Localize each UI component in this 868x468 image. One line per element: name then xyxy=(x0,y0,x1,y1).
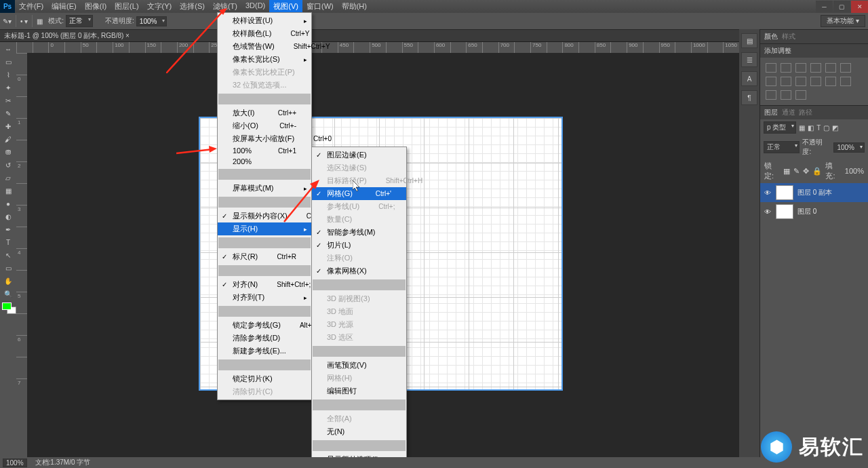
menu-item[interactable]: 标尺(R)Ctrl+R xyxy=(218,250,311,263)
opacity-field[interactable]: 100% xyxy=(136,16,167,26)
curves-icon[interactable] xyxy=(795,63,806,73)
menu-item[interactable]: 图层边缘(E) xyxy=(312,149,406,161)
menu-item[interactable]: 校样颜色(L)Ctrl+Y xyxy=(218,27,311,40)
character-panel-icon[interactable]: A xyxy=(741,71,757,86)
blur-tool[interactable]: ● xyxy=(1,197,16,210)
colorbalance-icon[interactable] xyxy=(766,77,776,86)
menu-4[interactable]: 文字(Y) xyxy=(143,0,176,14)
dodge-tool[interactable]: ◐ xyxy=(1,210,16,222)
layer-thumbnail[interactable] xyxy=(776,185,793,200)
zoom-field[interactable]: 100% xyxy=(3,459,27,467)
menu-3[interactable]: 图层(L) xyxy=(111,0,142,14)
selective-color-icon[interactable] xyxy=(795,90,806,100)
layer-row[interactable]: 👁图层 0 xyxy=(760,202,868,221)
zoom-tool[interactable]: 🔍 xyxy=(1,288,16,300)
crop-tool[interactable]: ✂ xyxy=(1,94,16,106)
menu-1[interactable]: 编辑(E) xyxy=(47,0,81,14)
menu-10[interactable]: 帮助(H) xyxy=(338,0,371,14)
move-tool[interactable]: ↔ xyxy=(1,43,16,55)
filter-icon-3[interactable]: T xyxy=(816,124,821,132)
wand-tool[interactable]: ✦ xyxy=(1,81,16,94)
menu-item[interactable]: 新建参考线(E)... xyxy=(218,345,311,357)
posterize-icon[interactable] xyxy=(840,77,851,86)
color-swatch[interactable] xyxy=(2,303,14,312)
layer-thumbnail[interactable] xyxy=(776,204,793,219)
hand-tool[interactable]: ✋ xyxy=(1,275,16,287)
layers-panel-tabs[interactable]: 图层 通道 路径 xyxy=(760,105,868,119)
properties-panel-icon[interactable]: ☰ xyxy=(741,52,757,67)
filter-icon-1[interactable]: ▦ xyxy=(799,124,805,132)
menu-8[interactable]: 视图(V) xyxy=(269,0,302,14)
menu-item[interactable]: 放大(I)Ctrl++ xyxy=(218,106,311,119)
marquee-tool[interactable]: ▭ xyxy=(1,56,16,68)
menu-9[interactable]: 窗口(W) xyxy=(302,0,338,14)
document-tab[interactable]: 未标题-1 @ 100% (图层 0 副本, RGB/8) × xyxy=(0,30,868,42)
menu-0[interactable]: 文件(F) xyxy=(15,0,47,14)
history-panel-icon[interactable]: ▤ xyxy=(741,33,757,48)
menu-item[interactable]: 像素长宽比(S) xyxy=(218,53,311,66)
menu-item[interactable]: 智能参考线(M) xyxy=(312,226,406,239)
menu-item[interactable]: 清除参考线(D) xyxy=(218,332,311,345)
menu-item[interactable]: 100%Ctrl+1 xyxy=(218,145,311,156)
paragraph-panel-icon[interactable]: ¶ xyxy=(741,90,757,105)
gradient-tool[interactable]: ▦ xyxy=(1,184,16,197)
menu-item[interactable]: 校样设置(U) xyxy=(218,14,311,27)
layer-blend-mode[interactable]: 正常 xyxy=(764,141,800,153)
exposure-icon[interactable] xyxy=(810,63,821,73)
brush-tool[interactable]: 🖌 xyxy=(1,133,16,145)
filter-icon-2[interactable]: ◧ xyxy=(808,124,814,132)
menu-item[interactable]: 按屏幕大小缩放(F)Ctrl+0 xyxy=(218,132,311,145)
menu-item[interactable]: 色域警告(W)Shift+Ctrl+Y xyxy=(218,40,311,53)
path-tool[interactable]: ↖ xyxy=(1,249,16,261)
history-brush-tool[interactable]: ↺ xyxy=(1,159,16,171)
workspace-switcher[interactable]: 基本功能 ▾ xyxy=(821,15,865,27)
gradient-map-icon[interactable] xyxy=(781,90,791,100)
pen-tool[interactable]: ✒ xyxy=(1,223,16,235)
hue-icon[interactable] xyxy=(840,63,851,73)
lock-transparency-icon[interactable]: ▦ xyxy=(783,167,790,176)
lock-all-icon[interactable]: 🔒 xyxy=(812,167,822,176)
menu-item[interactable]: 屏幕模式(M) xyxy=(218,182,311,195)
tool-preset-icon[interactable]: ✎▾ xyxy=(3,18,12,25)
bw-icon[interactable] xyxy=(781,77,791,86)
menu-item[interactable]: 像素网格(X) xyxy=(312,265,406,277)
lock-position-icon[interactable]: ✥ xyxy=(803,167,809,176)
blend-mode-select[interactable]: 正常 xyxy=(66,15,93,27)
visibility-icon[interactable]: 👁 xyxy=(764,189,772,197)
menu-item[interactable]: 200% xyxy=(218,156,311,167)
close-button[interactable]: ✕ xyxy=(851,1,868,13)
filter-icon-5[interactable]: ◩ xyxy=(832,124,838,132)
invert-icon[interactable] xyxy=(825,77,836,86)
menu-item[interactable]: 锁定切片(K) xyxy=(218,372,311,385)
menu-7[interactable]: 3D(D) xyxy=(241,0,269,14)
lock-pixels-icon[interactable]: ✎ xyxy=(793,167,800,176)
menu-item[interactable]: 网格(G)Ctrl+' xyxy=(312,187,406,200)
menu-item[interactable]: 显示(H) xyxy=(218,222,311,235)
layer-filter-type[interactable]: p 类型 xyxy=(764,121,796,134)
menu-item[interactable]: 显示额外内容(X)Ctrl+H xyxy=(218,210,311,222)
filter-icon-4[interactable]: ▢ xyxy=(823,124,829,132)
photo-filter-icon[interactable] xyxy=(795,77,806,86)
color-panel-tabs[interactable]: 颜色 样式 xyxy=(760,29,868,43)
menu-6[interactable]: 滤镜(T) xyxy=(209,0,241,14)
eraser-tool[interactable]: ▱ xyxy=(1,172,16,184)
menu-item[interactable]: 缩小(O)Ctrl+- xyxy=(218,119,311,132)
menu-2[interactable]: 图像(I) xyxy=(81,0,111,14)
menu-item[interactable]: 对齐到(T) xyxy=(218,291,311,304)
stamp-tool[interactable]: ⛃ xyxy=(1,146,16,158)
layer-fill[interactable]: 100% xyxy=(845,167,864,175)
brightness-icon[interactable] xyxy=(766,63,776,73)
layer-opacity[interactable]: 100% xyxy=(833,142,865,153)
layer-row[interactable]: 👁图层 0 副本 xyxy=(760,183,868,202)
minimize-button[interactable]: ─ xyxy=(816,1,833,13)
menu-item[interactable]: 编辑图钉 xyxy=(312,385,406,397)
brush-panel-icon[interactable]: ▦ xyxy=(37,18,43,25)
visibility-icon[interactable]: 👁 xyxy=(764,208,772,216)
menu-item[interactable]: 无(N) xyxy=(312,425,406,438)
brush-size-icon[interactable]: • ▾ xyxy=(20,18,28,25)
levels-icon[interactable] xyxy=(781,63,791,73)
channel-mixer-icon[interactable] xyxy=(810,77,821,86)
menu-item[interactable]: 切片(L) xyxy=(312,239,406,252)
shape-tool[interactable]: ▭ xyxy=(1,262,16,274)
lasso-tool[interactable]: ⌇ xyxy=(1,69,16,81)
